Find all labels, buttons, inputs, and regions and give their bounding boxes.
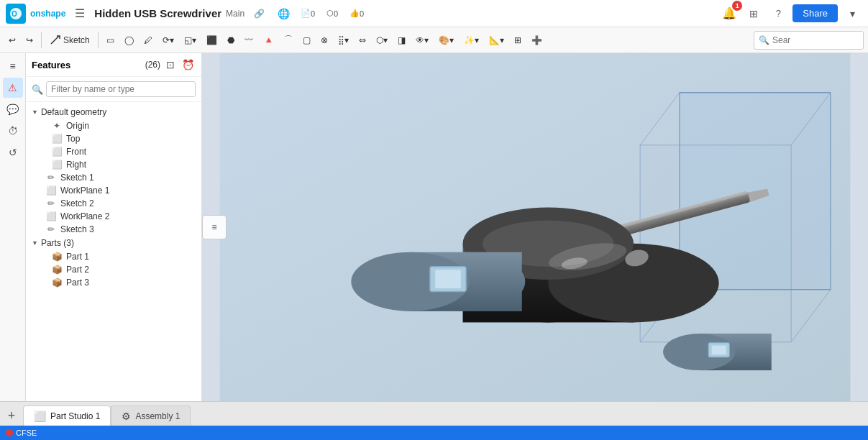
extrude-button[interactable]: ⬛	[202, 33, 221, 47]
notification-badge[interactable]: 🔔 1	[719, 4, 739, 24]
hide-button[interactable]: 👁▾	[411, 33, 433, 47]
default-geometry-group[interactable]: ▼ Default geometry	[26, 105, 201, 119]
feature-header: Features (26) ⊡ ⏰	[26, 53, 201, 77]
tree-item-part2[interactable]: 📦 Part 2	[26, 263, 201, 276]
notification-count: 1	[732, 1, 742, 11]
sweep-button[interactable]: 〰	[240, 33, 257, 47]
triangle-icon: ▼	[32, 109, 38, 116]
viewport-list-button[interactable]: ≡	[206, 219, 223, 236]
pattern-button[interactable]: ⣿▾	[334, 33, 353, 47]
boolean-button[interactable]: ⊗	[316, 33, 332, 47]
add-tab-button[interactable]: +	[0, 405, 23, 426]
main-content: ≡ ⚠ 💬 ⏱ ↺ Features (26) ⊡ ⏰ 🔍 ▼ Default …	[0, 53, 868, 401]
tree-item-workplane1[interactable]: ⬜ WorkPlane 1	[26, 184, 201, 197]
feature-count: (26)	[145, 60, 160, 70]
tab-assembly[interactable]: ⚙ Assembly 1	[111, 405, 191, 426]
onshape-logo-icon: O	[6, 4, 26, 24]
3d-model-svg: Top	[202, 53, 868, 401]
top-bar: O onshape ☰ Hidden USB Screwdriver Main …	[0, 0, 868, 27]
tree-item-sketch3[interactable]: ✏ Sketch 3	[26, 223, 201, 236]
sketch-button[interactable]: Sketch	[45, 32, 94, 48]
svg-rect-31	[712, 345, 726, 354]
part-icon-1: 📦	[52, 252, 62, 262]
zoom-fit-button[interactable]: ⊞	[510, 33, 526, 47]
loft-button[interactable]: 🔺	[259, 33, 278, 47]
redo-button[interactable]: ↪	[22, 33, 37, 47]
color-button[interactable]: 🎨▾	[434, 33, 458, 47]
sketch2-label: Sketch 2	[60, 198, 94, 208]
part1-label: Part 1	[66, 252, 89, 262]
logo-text: onshape	[30, 9, 65, 19]
measure-button[interactable]: 📐▾	[485, 33, 508, 47]
workplane2-label: WorkPlane 2	[60, 211, 109, 221]
hamburger-button[interactable]: ☰	[70, 4, 90, 24]
revolve-button[interactable]: ⬣	[223, 33, 239, 47]
mirror-button[interactable]: ⇔	[355, 33, 370, 47]
globe-icon-button[interactable]: 🌐	[273, 4, 293, 24]
shell-button[interactable]: ▢	[298, 33, 315, 47]
tree-item-origin[interactable]: ✦ Origin	[26, 119, 201, 132]
feature-select-all-button[interactable]: ⊡	[165, 58, 176, 72]
grid-icon-button[interactable]: ⊞	[744, 4, 764, 24]
share-button[interactable]: Share	[792, 4, 838, 22]
sketch-icon-1: ✏	[46, 173, 56, 183]
versions-button[interactable]: ⏱	[3, 121, 23, 141]
top-label: Top	[66, 134, 80, 144]
plane-icon-top: ⬜	[52, 134, 62, 144]
tree-item-top[interactable]: ⬜ Top	[26, 132, 201, 145]
viewport-mini-toolbar: ≡	[202, 215, 227, 239]
tree-item-sketch2[interactable]: ✏ Sketch 2	[26, 197, 201, 210]
part-icon-3: 📦	[52, 278, 62, 288]
comments-button[interactable]: 💬	[3, 99, 23, 119]
toolbar-search-input[interactable]	[772, 35, 859, 45]
status-bar: CFSE	[0, 426, 868, 440]
undo-button[interactable]: ↩	[4, 33, 20, 47]
render-button[interactable]: ✨▾	[460, 33, 483, 47]
circle-tool-button[interactable]: ◯	[120, 33, 138, 47]
plane-tool-button[interactable]: ◱▾	[180, 33, 201, 47]
origin-label: Origin	[66, 121, 89, 131]
parts-group[interactable]: ▼ Parts (3)	[26, 236, 201, 250]
default-geometry-label: Default geometry	[41, 107, 106, 117]
doc-count-1-button[interactable]: 📄 0	[298, 4, 318, 24]
construct-button[interactable]: 🖊	[140, 33, 157, 47]
logo: O onshape	[6, 4, 65, 24]
doc-count-3-button[interactable]: 👍 0	[347, 4, 367, 24]
section-button[interactable]: ◨	[393, 33, 410, 47]
tree-item-right[interactable]: ⬜ Right	[26, 158, 201, 171]
transform-button[interactable]: ⟳▾	[158, 33, 178, 47]
tree-item-part1[interactable]: 📦 Part 1	[26, 250, 201, 263]
feature-timer-button[interactable]: ⏰	[181, 58, 196, 72]
feature-list-button[interactable]: ≡	[3, 56, 23, 76]
doc-count-2-button[interactable]: ⬡ 0	[322, 4, 342, 24]
plane-icon-right: ⬜	[52, 160, 62, 170]
properties-button[interactable]: ⚠	[3, 78, 23, 98]
add-button[interactable]: ➕	[527, 33, 547, 47]
sketch1-label: Sketch 1	[60, 173, 94, 183]
mate-button[interactable]: ⬡▾	[372, 33, 392, 47]
svg-rect-26	[435, 270, 461, 288]
front-label: Front	[66, 147, 86, 157]
filter-input[interactable]	[46, 81, 196, 97]
tree-item-sketch1[interactable]: ✏ Sketch 1	[26, 171, 201, 184]
part3-label: Part 3	[66, 278, 89, 288]
tab-part-studio[interactable]: ⬜ Part Studio 1	[23, 405, 111, 426]
undo-history-button[interactable]: ↺	[3, 142, 23, 162]
link-icon-button[interactable]: 🔗	[249, 4, 269, 24]
workplane-icon-2: ⬜	[46, 211, 56, 221]
sketch-icon-3: ✏	[46, 224, 56, 234]
fillet-button[interactable]: ⌒	[280, 32, 297, 48]
tree-item-part3[interactable]: 📦 Part 3	[26, 276, 201, 289]
tree-item-front[interactable]: ⬜ Front	[26, 145, 201, 158]
more-options-button[interactable]: ▾	[842, 4, 862, 24]
sketch3-label: Sketch 3	[60, 224, 94, 234]
workplane1-label: WorkPlane 1	[60, 185, 109, 196]
help-button[interactable]: ?	[768, 4, 788, 24]
part-studio-icon: ⬜	[34, 411, 46, 422]
rect-tool-button[interactable]: ▭	[102, 33, 119, 47]
3d-viewport[interactable]: Top	[202, 53, 868, 401]
parts-label: Parts (3)	[41, 238, 74, 248]
tree-item-workplane2[interactable]: ⬜ WorkPlane 2	[26, 210, 201, 223]
feature-title: Features	[32, 60, 141, 70]
main-toolbar: ↩ ↪ Sketch ▭ ◯ 🖊 ⟳▾ ◱▾ ⬛ ⬣ 〰 🔺 ⌒ ▢ ⊗ ⣿▾ …	[0, 27, 868, 53]
